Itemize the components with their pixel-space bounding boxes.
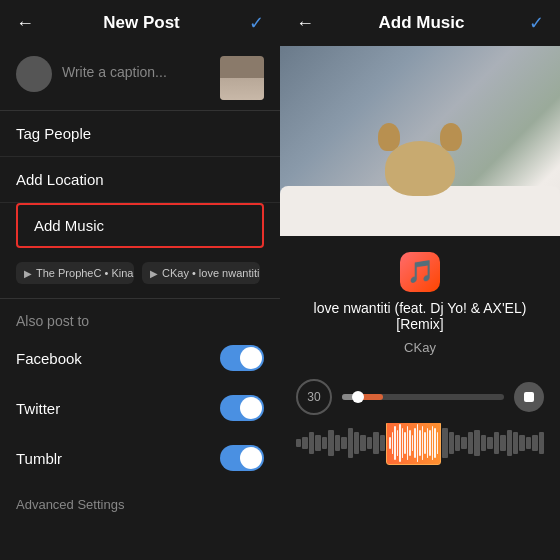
waveform-inner-bar	[434, 428, 436, 458]
waveform-bar	[526, 437, 531, 450]
waveform-bar	[322, 437, 327, 450]
caption-input[interactable]: Write a caption...	[62, 56, 210, 80]
waveform-bar	[513, 432, 518, 453]
facebook-label: Facebook	[16, 350, 82, 367]
waveform-bar	[449, 432, 454, 453]
stop-icon	[524, 392, 534, 402]
avatar	[16, 56, 52, 92]
song-title: love nwantiti (feat. Dj Yo! & AX'EL) [Re…	[296, 300, 544, 332]
divider	[0, 298, 280, 299]
waveform-inner-bar	[402, 428, 404, 458]
right-panel: ← Add Music ✓ 🎵 love nwantiti (feat. Dj …	[280, 0, 560, 560]
waveform-bar	[539, 432, 544, 453]
left-title: New Post	[103, 13, 180, 33]
tumblr-toggle[interactable]	[220, 445, 264, 471]
waveform-inner-bar	[429, 430, 431, 455]
media-preview	[280, 46, 560, 236]
waveform-bar	[328, 430, 333, 455]
waveform-inner-bar	[422, 426, 424, 460]
waveform-bar	[455, 435, 460, 452]
twitter-toggle-knob	[240, 397, 262, 419]
left-check-button[interactable]: ✓	[249, 12, 264, 34]
right-back-button[interactable]: ←	[296, 13, 314, 34]
waveform-inner-bar	[394, 426, 396, 460]
waveform-bar	[360, 435, 365, 452]
right-title: Add Music	[379, 13, 465, 33]
playback-row: 30	[280, 371, 560, 423]
music-chip-label-1: The PropheC • Kina Chi...	[36, 267, 134, 279]
waveform-inner-bar	[397, 430, 399, 455]
waveform-bar	[494, 432, 499, 453]
also-post-to-label: Also post to	[0, 303, 280, 333]
waveform-bar	[348, 428, 353, 458]
waveform-inner-bar	[414, 428, 416, 458]
facebook-toggle-knob	[240, 347, 262, 369]
waveform-bar	[335, 435, 340, 452]
tumblr-toggle-row: Tumblr	[0, 433, 280, 483]
waveform-inner-bar	[399, 424, 401, 462]
left-back-button[interactable]: ←	[16, 13, 34, 34]
stop-button[interactable]	[514, 382, 544, 412]
progress-dot	[352, 391, 364, 403]
waveform-inner-bar	[427, 428, 429, 458]
waveform-bar	[532, 435, 537, 452]
waveform-inner-bar	[437, 432, 439, 453]
waveform-bar	[519, 435, 524, 452]
twitter-toggle-row: Twitter	[0, 383, 280, 433]
music-app-icon: 🎵	[400, 252, 440, 292]
waveform-selected-region[interactable]	[386, 423, 441, 465]
tumblr-label: Tumblr	[16, 450, 62, 467]
waveform-bar	[309, 432, 314, 453]
right-header: ← Add Music ✓	[280, 0, 560, 46]
music-chip-1[interactable]: ▶ The PropheC • Kina Chi...	[16, 262, 134, 284]
waveform-bar	[302, 437, 307, 450]
tumblr-toggle-knob	[240, 447, 262, 469]
time-badge[interactable]: 30	[296, 379, 332, 415]
left-header: ← New Post ✓	[0, 0, 280, 46]
waveform-inner-bar	[417, 424, 419, 462]
waveform-bar	[373, 432, 378, 453]
music-info-section: 🎵 love nwantiti (feat. Dj Yo! & AX'EL) […	[280, 236, 560, 371]
waveform-bar	[380, 435, 385, 452]
add-location-item[interactable]: Add Location	[0, 157, 280, 203]
music-chip-icon-2: ▶	[150, 268, 158, 279]
facebook-toggle-row: Facebook	[0, 333, 280, 383]
waveform-bar	[354, 432, 359, 453]
waveform-inner-bar	[392, 432, 394, 453]
waveform-row[interactable]	[280, 423, 560, 475]
waveform-bar	[367, 437, 372, 450]
music-chip-label-2: CKay • love nwantiti (feat. Dj Yo! & AX	[162, 267, 260, 279]
waveform-bar	[461, 437, 466, 450]
waveform-inner-bar	[409, 430, 411, 455]
waveform-inner-bar	[424, 432, 426, 453]
waveform-inner-bar	[412, 435, 414, 452]
music-chips-row: ▶ The PropheC • Kina Chi... ▶ CKay • lov…	[0, 256, 280, 294]
twitter-toggle[interactable]	[220, 395, 264, 421]
progress-bar[interactable]	[342, 394, 504, 400]
waveform-bar	[500, 435, 505, 452]
media-thumbnail	[220, 56, 264, 100]
tag-people-item[interactable]: Tag People	[0, 111, 280, 157]
dog-background	[280, 46, 560, 236]
waveform-bar	[474, 430, 479, 455]
left-panel: ← New Post ✓ Write a caption... Tag Peop…	[0, 0, 280, 560]
waveform-bar	[481, 435, 486, 452]
waveform-bar	[442, 428, 447, 458]
advanced-settings-link[interactable]: Advanced Settings	[0, 483, 280, 526]
music-chip-icon-1: ▶	[24, 268, 32, 279]
music-chip-2[interactable]: ▶ CKay • love nwantiti (feat. Dj Yo! & A…	[142, 262, 260, 284]
dog-head	[385, 141, 455, 196]
right-check-button[interactable]: ✓	[529, 12, 544, 34]
facebook-toggle[interactable]	[220, 345, 264, 371]
artist-name: CKay	[404, 340, 436, 355]
waveform-bar	[487, 437, 492, 450]
add-music-item[interactable]: Add Music	[16, 203, 264, 248]
waveform-bar	[315, 435, 320, 452]
waveform-bar	[296, 439, 301, 447]
waveform-bar	[341, 437, 346, 450]
twitter-label: Twitter	[16, 400, 60, 417]
waveform-bar	[507, 430, 512, 455]
caption-row: Write a caption...	[0, 46, 280, 111]
waveform-inner-bar	[389, 437, 391, 450]
waveform-inner-bar	[419, 430, 421, 455]
